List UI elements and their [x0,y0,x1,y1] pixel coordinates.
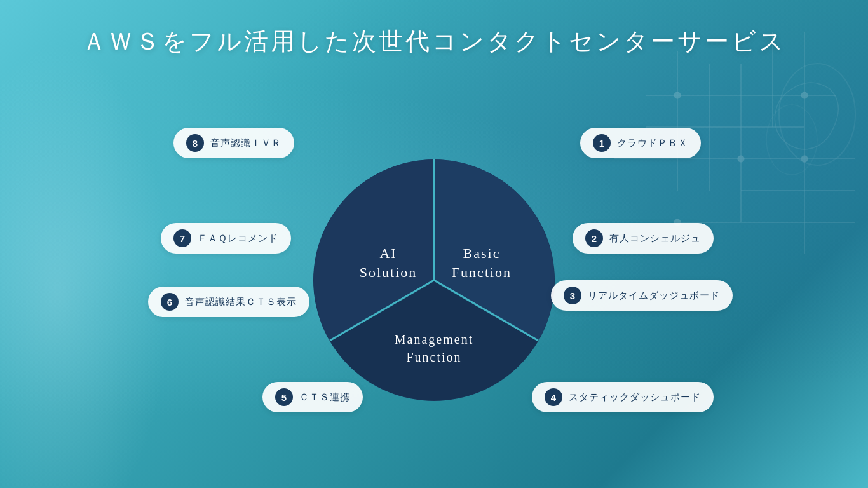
pill-2-text: 有人コンシェルジュ [609,233,701,245]
pill-6-text: 音声認識結果ＣＴＳ表示 [185,296,297,308]
pill-7-text: ＦＡＱレコメンド [198,233,278,245]
pie-chart: Basic Function AI Solution Management Fu… [313,159,555,401]
pill-3-number: 3 [564,287,581,304]
pill-4-number: 4 [545,388,562,406]
pill-2: 2 有人コンシェルジュ [573,223,714,254]
pill-8-number: 8 [186,134,204,152]
pill-5-number: 5 [275,388,293,406]
svg-text:AI: AI [379,245,397,261]
svg-text:Basic: Basic [463,245,501,261]
circle-diagram: Basic Function AI Solution Management Fu… [313,159,555,401]
page-title: ＡＷＳをフル活用した次世代コンタクトセンターサービス [82,25,786,58]
pill-3-text: リアルタイムダッジュボード [588,290,720,302]
pill-1-number: 1 [593,134,611,152]
pill-7: 7 ＦＡＱレコメンド [161,223,291,254]
pill-4-text: スタティックダッシュボード [569,391,701,403]
svg-text:Management: Management [395,332,473,347]
pill-6-number: 6 [161,293,179,311]
pill-8: 8 音声認識ＩＶＲ [173,128,294,158]
pill-2-number: 2 [585,229,603,247]
pill-4: 4 スタティックダッシュボード [532,382,714,412]
pill-8-text: 音声認識ＩＶＲ [210,137,281,149]
diagram-area: 8 音声認識ＩＶＲ 7 ＦＡＱレコメンド 6 音声認識結果ＣＴＳ表示 5 ＣＴＳ… [148,71,720,452]
pill-1: 1 クラウドＰＢＸ [580,128,701,158]
pill-7-number: 7 [173,229,191,247]
svg-text:Function: Function [452,264,512,280]
svg-text:Function: Function [406,350,461,364]
svg-text:Solution: Solution [360,264,417,280]
pill-3: 3 リアルタイムダッジュボード [551,280,733,311]
pill-6: 6 音声認識結果ＣＴＳ表示 [148,287,309,317]
main-content: ＡＷＳをフル活用した次世代コンタクトセンターサービス 8 音声認識ＩＶＲ 7 Ｆ… [0,0,868,488]
pill-1-text: クラウドＰＢＸ [617,137,688,149]
